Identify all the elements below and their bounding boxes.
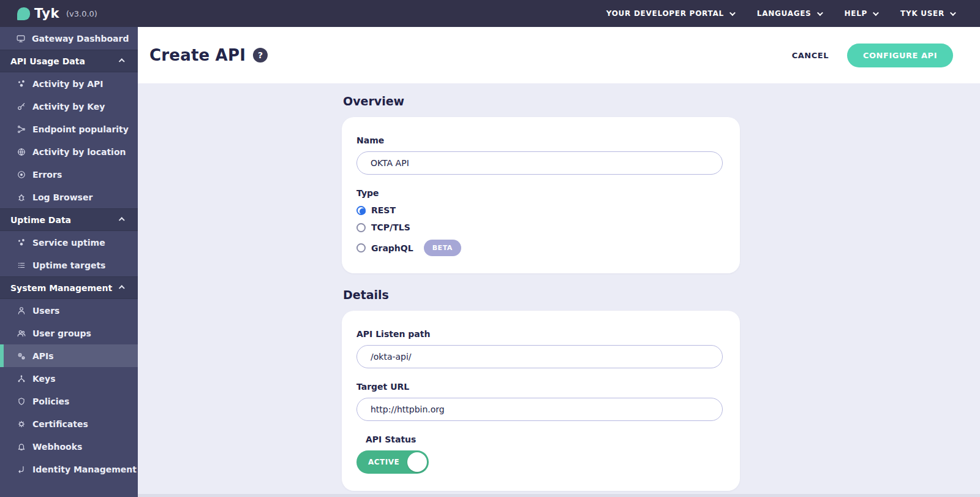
monitor-icon [17, 34, 25, 43]
sidebar-item-activity-by-api[interactable]: Activity by API [0, 72, 138, 95]
globe-icon [17, 148, 26, 156]
tyk-logo[interactable]: Tyk (v3.0.0) [0, 6, 97, 21]
chevron-down-icon [816, 10, 823, 16]
page-title: Create API [149, 46, 246, 64]
cancel-button[interactable]: CANCEL [792, 51, 829, 60]
key-icon [17, 102, 26, 111]
activity-dots-icon [17, 238, 26, 247]
menu-tyk-user[interactable]: TYK USER [900, 9, 954, 18]
sidebar-section-label: Uptime Data [10, 215, 71, 225]
sidebar-section-api-usage-data[interactable]: API Usage Data [0, 50, 138, 72]
sidebar-item-service-uptime[interactable]: Service uptime [0, 231, 138, 254]
header-actions: CANCEL CONFIGURE API [792, 44, 953, 67]
version-label: (v3.0.0) [66, 9, 97, 18]
sidebar-section-system-management[interactable]: System Management [0, 276, 138, 299]
overview-heading: Overview [343, 94, 740, 108]
user-group-icon [17, 329, 26, 338]
shield-icon [17, 397, 26, 406]
sidebar-item-uptime-targets[interactable]: Uptime targets [0, 254, 138, 276]
sidebar-item-activity-by-key[interactable]: Activity by Key [0, 95, 138, 118]
menu-label: TYK USER [900, 9, 944, 18]
menu-developer-portal[interactable]: YOUR DEVELOPER PORTAL [606, 9, 734, 18]
details-card: API Listen path Target URL API Status AC… [342, 311, 740, 491]
name-input[interactable] [356, 151, 723, 175]
sidebar-item-errors[interactable]: Errors [0, 163, 138, 186]
sidebar-item-identity-management[interactable]: Identity Management [0, 458, 138, 480]
sidebar-item-endpoint-popularity[interactable]: Endpoint popularity [0, 118, 138, 140]
chevron-up-icon [119, 58, 125, 64]
sidebar-item-keys[interactable]: Keys [0, 367, 138, 390]
radio-graphql[interactable]: GraphQL BETA [356, 240, 725, 256]
sidebar-item-certificates[interactable]: Certificates [0, 412, 138, 435]
bell-icon [17, 442, 26, 451]
sidebar-item-apis[interactable]: APIs [0, 344, 138, 367]
sidebar-item-label: Webhooks [32, 442, 82, 452]
sidebar-item-label: Uptime targets [32, 260, 105, 270]
sidebar-section-uptime-data[interactable]: Uptime Data [0, 208, 138, 231]
sidebar-item-label: Certificates [32, 419, 88, 429]
activity-dots-icon [17, 80, 26, 88]
arrow-hook-icon [17, 465, 26, 474]
user-icon [17, 306, 26, 315]
radio-rest[interactable]: REST [356, 205, 725, 215]
menu-languages[interactable]: LANGUAGES [757, 9, 821, 18]
name-label: Name [356, 135, 725, 145]
sidebar-item-label: Identity Management [32, 465, 137, 474]
radio-tcp-tls[interactable]: TCP/TLS [356, 222, 725, 232]
target-url-label: Target URL [356, 382, 725, 392]
type-label: Type [356, 188, 725, 198]
listen-path-label: API Listen path [356, 329, 725, 339]
nodes-icon [17, 374, 26, 383]
sidebar-item-label: APIs [32, 351, 54, 361]
sidebar-item-policies[interactable]: Policies [0, 390, 138, 412]
sidebar-item-label: Policies [32, 396, 69, 406]
sidebar-item-label: Activity by location [32, 147, 126, 157]
details-heading: Details [343, 288, 740, 302]
chevron-down-icon [729, 10, 736, 16]
help-icon[interactable]: ? [253, 48, 268, 63]
radio-unselected-icon [356, 223, 366, 232]
topbar: Tyk (v3.0.0) YOUR DEVELOPER PORTAL LANGU… [0, 0, 980, 27]
configure-api-button[interactable]: CONFIGURE API [847, 44, 953, 67]
sidebar-section-label: API Usage Data [10, 56, 85, 66]
menu-help[interactable]: HELP [845, 9, 878, 18]
sidebar-item-label: User groups [32, 328, 91, 338]
bug-icon [17, 193, 26, 202]
toggle-state-label: ACTIVE [356, 458, 399, 466]
chevron-down-icon [873, 10, 879, 16]
tyk-leaf-icon [17, 7, 30, 20]
menu-label: YOUR DEVELOPER PORTAL [606, 9, 724, 18]
sidebar-item-webhooks[interactable]: Webhooks [0, 435, 138, 458]
sidebar-item-label: Log Browser [32, 192, 92, 202]
sidebar-item-log-browser[interactable]: Log Browser [0, 186, 138, 208]
menu-label: LANGUAGES [757, 9, 812, 18]
branch-icon [17, 125, 26, 134]
sidebar-item-label: Errors [32, 170, 62, 180]
sidebar-item-label: Keys [32, 374, 56, 384]
sidebar-item-users[interactable]: Users [0, 299, 138, 322]
sidebar-item-user-groups[interactable]: User groups [0, 322, 138, 344]
beta-badge: BETA [424, 240, 461, 256]
sidebar-item-label: Activity by API [32, 79, 104, 89]
page-header: Create API ? CANCEL CONFIGURE API [138, 27, 980, 83]
chevron-down-icon [950, 10, 956, 16]
sidebar-item-gateway-dashboard[interactable]: Gateway Dashboard [0, 27, 138, 50]
api-status-toggle[interactable]: ACTIVE [356, 450, 429, 474]
list-icon [17, 261, 26, 270]
sidebar-item-label: Endpoint popularity [32, 124, 129, 134]
sidebar-item-label: Gateway Dashboard [32, 34, 129, 44]
error-circle-icon [17, 170, 26, 179]
radio-unselected-icon [356, 243, 366, 252]
seal-icon [17, 420, 26, 428]
brand-name: Tyk [34, 6, 59, 21]
sidebar-item-activity-by-location[interactable]: Activity by location [0, 140, 138, 163]
sidebar-section-label: System Management [10, 283, 112, 293]
toggle-knob [407, 452, 427, 472]
radio-label: TCP/TLS [371, 222, 410, 232]
target-url-input[interactable] [356, 398, 723, 421]
listen-path-input[interactable] [356, 345, 723, 368]
radio-selected-icon [356, 206, 366, 215]
radio-label: REST [371, 205, 396, 215]
sidebar: Gateway Dashboard API Usage Data Activit… [0, 27, 138, 497]
topbar-menus: YOUR DEVELOPER PORTAL LANGUAGES HELP TYK… [606, 9, 980, 18]
